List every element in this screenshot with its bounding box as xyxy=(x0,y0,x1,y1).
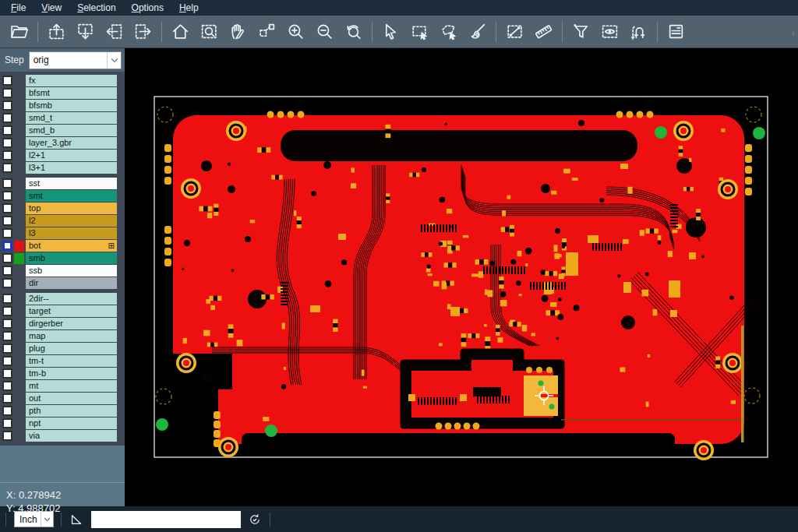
toolbar-button-measure[interactable] xyxy=(500,19,529,45)
layer-row-dirgerber[interactable]: dirgerber xyxy=(0,318,125,329)
menu-item-view[interactable]: View xyxy=(34,1,69,16)
layer-checkbox[interactable] xyxy=(2,216,12,226)
toolbar-button-send-up[interactable] xyxy=(42,19,71,45)
step-dropdown-value: orig xyxy=(30,55,107,65)
layer-color-cell xyxy=(12,305,26,317)
layer-row-out[interactable]: out xyxy=(0,393,125,404)
layer-checkbox[interactable] xyxy=(2,138,12,148)
layer-row-tm-b[interactable]: tm-b xyxy=(0,368,125,379)
pcb-canvas[interactable] xyxy=(125,48,798,506)
layer-label: dir xyxy=(26,277,117,289)
layer-checkbox[interactable] xyxy=(2,368,12,379)
toolbar-button-open-folder[interactable] xyxy=(5,19,34,45)
toolbar-button-pan-hand[interactable] xyxy=(224,19,252,45)
toolbar-button-zoom-region[interactable] xyxy=(195,19,224,45)
toolbar-button-zoom-window[interactable] xyxy=(252,19,281,45)
layer-checkbox[interactable] xyxy=(2,381,12,391)
toolbar-button-select-rect[interactable] xyxy=(405,19,434,45)
layer-row-2dir--[interactable]: 2dir-- xyxy=(0,293,125,305)
layer-row-smd-b[interactable]: smd_b xyxy=(0,125,125,136)
menu-item-selection[interactable]: Selection xyxy=(69,1,123,16)
toolbar-button-view-options[interactable] xyxy=(595,19,624,45)
layer-checkbox[interactable] xyxy=(2,418,12,428)
layer-checkbox[interactable] xyxy=(2,241,12,251)
toolbar-button-send-right[interactable] xyxy=(129,19,157,45)
toolbar-button-send-down[interactable] xyxy=(71,19,100,45)
layer-checkbox[interactable] xyxy=(2,294,12,304)
toolbar-button-brush[interactable] xyxy=(463,19,492,45)
layer-row-npt[interactable]: npt xyxy=(0,417,125,429)
layer-row-mt[interactable]: mt xyxy=(0,380,125,392)
layer-checkbox[interactable] xyxy=(2,203,12,213)
layer-checkbox[interactable] xyxy=(2,306,12,316)
layer-checkbox[interactable] xyxy=(2,253,12,263)
layer-row-top[interactable]: top xyxy=(0,203,125,214)
corner-angle-icon[interactable] xyxy=(69,512,84,527)
zoom-out-icon xyxy=(315,22,334,41)
toolbar-button-ruler[interactable] xyxy=(529,19,558,45)
toolbar-overflow-chevron[interactable]: › xyxy=(792,28,795,37)
layer-checkbox[interactable] xyxy=(2,431,12,441)
layer-checkbox[interactable] xyxy=(2,319,12,329)
layer-row-tm-t[interactable]: tm-t xyxy=(0,355,125,367)
layer-checkbox[interactable] xyxy=(2,344,12,354)
toolbar-button-zoom-in[interactable] xyxy=(281,19,310,45)
layer-checkbox[interactable] xyxy=(2,393,12,403)
layer-checkbox[interactable] xyxy=(2,178,12,188)
toolbar-button-filter[interactable] xyxy=(567,19,595,45)
layer-row-plug[interactable]: plug xyxy=(0,343,125,354)
layer-row-pth[interactable]: pth xyxy=(0,405,125,417)
layer-row-map[interactable]: map xyxy=(0,330,125,342)
layer-row-l3[interactable]: l3 xyxy=(0,227,125,239)
menu-item-file[interactable]: File xyxy=(3,1,34,16)
layer-checkbox[interactable] xyxy=(2,278,12,288)
layer-checkbox[interactable] xyxy=(2,150,12,160)
layer-checkbox[interactable] xyxy=(2,406,12,416)
toolbar-button-select-poly[interactable] xyxy=(434,19,463,45)
menu-item-help[interactable]: Help xyxy=(171,1,207,16)
layer-label: sst xyxy=(26,178,117,189)
layer-row-smb[interactable]: smb xyxy=(0,252,125,264)
command-input[interactable] xyxy=(91,511,241,528)
layer-row-bfsmb[interactable]: bfsmb xyxy=(0,100,125,111)
layer-checkbox[interactable] xyxy=(2,191,12,201)
toolbar-button-select-pointer[interactable] xyxy=(376,19,405,45)
toolbar-button-snap[interactable] xyxy=(624,19,653,45)
step-dropdown[interactable]: orig xyxy=(29,51,122,69)
layer-checkbox[interactable] xyxy=(2,163,12,173)
layer-checkbox[interactable] xyxy=(2,228,12,238)
layer-checkbox[interactable] xyxy=(2,125,12,136)
layer-row-layer-3-gbr[interactable]: layer_3.gbr xyxy=(0,137,125,149)
menu-item-options[interactable]: Options xyxy=(124,1,171,16)
toolbar-button-zoom-out[interactable] xyxy=(310,19,339,45)
layer-checkbox[interactable] xyxy=(2,113,12,123)
toolbar-button-send-left[interactable] xyxy=(100,19,129,45)
layer-row-l2+1[interactable]: l2+1 xyxy=(0,150,125,161)
layer-row-bfsmt[interactable]: bfsmt xyxy=(0,87,125,99)
toolbar-button-home[interactable] xyxy=(166,19,195,45)
layer-checkbox[interactable] xyxy=(2,266,12,276)
layer-color-swatch xyxy=(14,241,24,252)
layer-row-bot[interactable]: bot⊞ xyxy=(0,240,125,252)
layer-row-via[interactable]: via xyxy=(0,430,125,442)
layer-row-l2[interactable]: l2 xyxy=(0,215,125,227)
layer-row-smt[interactable]: smt xyxy=(0,190,125,202)
refresh-icon[interactable] xyxy=(248,513,262,527)
layer-checkbox[interactable] xyxy=(2,331,12,341)
layer-color-cell xyxy=(12,240,26,252)
layer-row-smd-t[interactable]: smd_t xyxy=(0,112,125,124)
toolbar-button-zoom-previous[interactable] xyxy=(339,19,368,45)
layer-checkbox[interactable] xyxy=(2,88,12,98)
layer-row-sst[interactable]: sst xyxy=(0,178,125,189)
divider xyxy=(270,513,270,527)
measure-icon xyxy=(505,22,524,41)
layer-row-l3+1[interactable]: l3+1 xyxy=(0,162,125,174)
layer-checkbox[interactable] xyxy=(2,100,12,111)
layer-checkbox[interactable] xyxy=(2,76,12,86)
layer-checkbox[interactable] xyxy=(2,356,12,366)
layer-row-dir[interactable]: dir xyxy=(0,277,125,289)
layer-row-fx[interactable]: fx xyxy=(0,75,125,86)
layer-row-ssb[interactable]: ssb xyxy=(0,265,125,277)
toolbar-button-panel-list[interactable] xyxy=(662,19,690,45)
layer-row-target[interactable]: target xyxy=(0,305,125,317)
